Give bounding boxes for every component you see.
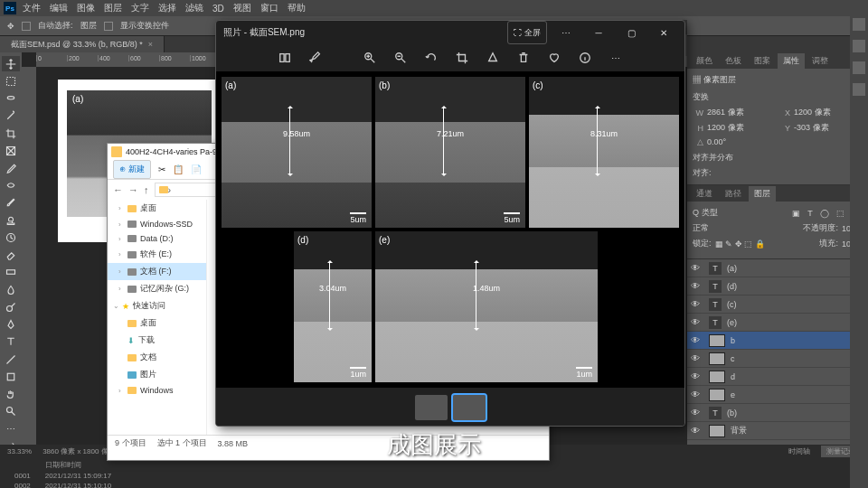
layer-row[interactable]: 👁T(d) (687, 277, 868, 296)
layer-row[interactable]: 👁d (687, 368, 868, 386)
viewer-titlebar[interactable]: 照片 - 截面SEM.png ⛶ 全屏 ⋯ ─ ▢ ✕ (216, 21, 684, 44)
tree-node[interactable]: ›Windows-SSD (108, 217, 206, 231)
close-button[interactable]: ✕ (650, 21, 677, 44)
tab-channels[interactable]: 通道 (691, 186, 718, 202)
layer-row[interactable]: 👁T(e) (687, 314, 868, 332)
tab-color[interactable]: 颜色 (691, 53, 718, 69)
up-button[interactable]: ↑ (144, 184, 149, 195)
stamp-tool[interactable] (2, 212, 20, 228)
tab-patterns[interactable]: 图案 (749, 53, 776, 69)
layer-row[interactable]: 👁T(a) (687, 259, 868, 277)
menu-select[interactable]: 选择 (156, 2, 179, 14)
tree-node[interactable]: 图片 (108, 366, 206, 383)
menu-file[interactable]: 文件 (20, 2, 43, 14)
crop-tool[interactable] (2, 126, 20, 141)
tree-node[interactable]: ›文档 (F:) (108, 263, 206, 280)
layer-row[interactable]: 👁T(c) (687, 296, 868, 314)
height-value[interactable]: 1200 像素 (707, 122, 776, 134)
tree-node[interactable]: 文档 (108, 349, 206, 366)
menu-filter[interactable]: 滤镜 (183, 2, 206, 14)
new-button[interactable]: ⊕ 新建 (113, 160, 151, 179)
visibility-icon[interactable]: 👁 (691, 263, 703, 273)
marquee-tool[interactable] (2, 73, 20, 89)
width-value[interactable]: 2861 像素 (707, 107, 776, 118)
compare-icon[interactable] (278, 51, 292, 65)
edit-icon[interactable] (308, 51, 323, 65)
layer-row[interactable]: 👁e (687, 386, 868, 404)
gradient-tool[interactable] (2, 265, 20, 280)
close-tab-icon[interactable]: × (148, 40, 153, 49)
zoom-out-icon[interactable] (393, 51, 408, 65)
brush-tool[interactable] (2, 195, 20, 211)
tab-layers[interactable]: 图层 (749, 186, 776, 202)
hand-tool[interactable] (2, 386, 20, 401)
menu-type[interactable]: 文字 (128, 2, 152, 14)
zoom-level[interactable]: 33.33% (7, 447, 32, 455)
auto-select-checkbox[interactable] (22, 22, 31, 31)
visibility-icon[interactable]: 👁 (691, 317, 703, 327)
viewer-image[interactable]: (a)9.58um5um (b)7.21um5um (c)8.31um (d)3… (216, 71, 684, 388)
maximize-button[interactable]: ▢ (618, 21, 645, 44)
tab-timeline[interactable]: 时间轴 (788, 446, 810, 456)
path-tool[interactable] (2, 352, 20, 367)
angle-value[interactable]: 0.00° (707, 137, 863, 146)
visibility-icon[interactable]: 👁 (691, 389, 703, 399)
tab-paths[interactable]: 路径 (720, 186, 747, 202)
menu-edit[interactable]: 编辑 (47, 2, 71, 14)
tree-node[interactable]: ›桌面 (108, 200, 206, 217)
cut-icon[interactable]: ✂ (158, 164, 165, 174)
table-row[interactable]: 00022021/12/31 15:10:10 (7, 481, 476, 488)
blur-tool[interactable] (2, 282, 20, 297)
tab-adjust[interactable]: 调整 (807, 53, 834, 69)
layer-row[interactable]: 👁c (687, 350, 868, 368)
more-icon[interactable]: ⋯ (609, 51, 623, 65)
wand-tool[interactable] (2, 108, 20, 124)
menu-window[interactable]: 窗口 (258, 2, 281, 14)
rotate-icon[interactable] (424, 51, 439, 65)
info-icon[interactable] (578, 51, 592, 65)
blend-mode[interactable]: 正常 (693, 222, 709, 234)
eraser-tool[interactable] (2, 248, 20, 263)
visibility-icon[interactable]: 👁 (691, 408, 703, 418)
visibility-icon[interactable]: 👁 (691, 299, 703, 309)
tree-node[interactable]: ›Data (D:) (108, 231, 206, 246)
markup-icon[interactable] (486, 51, 500, 65)
dodge-tool[interactable] (2, 299, 20, 314)
thumbnail[interactable] (415, 395, 448, 420)
tree-node[interactable]: ›软件 (E:) (108, 246, 206, 263)
history-brush-tool[interactable] (2, 230, 20, 245)
transform-header[interactable]: 变换 (693, 91, 863, 103)
pen-tool[interactable] (2, 317, 20, 333)
collapsed-panel-icon[interactable] (853, 83, 865, 96)
type-tool[interactable] (2, 334, 20, 350)
paste-icon[interactable]: 📄 (191, 164, 202, 174)
favorite-icon[interactable] (547, 51, 561, 65)
tab-swatches[interactable]: 色板 (720, 53, 747, 69)
menu-layer[interactable]: 图层 (101, 2, 125, 14)
tree-node[interactable]: 桌面 (108, 314, 206, 332)
photos-viewer-window[interactable]: 照片 - 截面SEM.png ⛶ 全屏 ⋯ ─ ▢ ✕ ⋯ (a)9.58um5… (215, 20, 685, 427)
menu-image[interactable]: 图像 (74, 2, 98, 14)
lasso-tool[interactable] (2, 90, 20, 106)
tree-node[interactable]: ⌄★快速访问 (108, 297, 206, 314)
more-icon[interactable]: ⋯ (552, 21, 580, 44)
visibility-icon[interactable]: 👁 (691, 426, 703, 436)
document-tab[interactable]: 截面SEM.psd @ 33.3% (b, RGB/8) * × (0, 36, 165, 52)
align-header[interactable]: 对齐并分布 (693, 152, 863, 164)
frame-tool[interactable] (2, 143, 20, 158)
tree-node[interactable]: ›记忆闲杂 (G:) (108, 280, 206, 297)
tree-node[interactable]: ⬇下载 (108, 332, 206, 349)
collapsed-panel-icon[interactable] (853, 18, 865, 31)
show-transform-checkbox[interactable] (104, 22, 113, 31)
forward-button[interactable]: → (128, 184, 138, 195)
visibility-icon[interactable]: 👁 (691, 335, 703, 345)
tree-node[interactable]: ›Windows (108, 383, 206, 398)
layer-row[interactable]: 👁T(b) (687, 404, 868, 422)
layer-row[interactable]: 👁背景 (687, 422, 868, 440)
ellipsis-tool[interactable]: ⋯ (2, 421, 20, 436)
eyedropper-tool[interactable] (2, 160, 20, 175)
visibility-icon[interactable]: 👁 (691, 371, 703, 381)
visibility-icon[interactable]: 👁 (691, 281, 703, 291)
fullscreen-button[interactable]: ⛶ 全屏 (507, 21, 547, 44)
collapsed-panel-icon[interactable] (853, 40, 865, 52)
